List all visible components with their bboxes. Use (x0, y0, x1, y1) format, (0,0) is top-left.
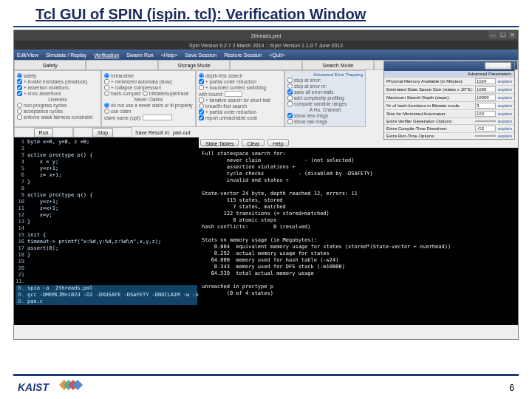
radio-nonprog[interactable] (17, 103, 22, 108)
save-result-label: Save Result in: (135, 130, 170, 135)
adv-subtitle: Advanced Parameters (384, 71, 514, 77)
explain-link4[interactable]: explain (498, 103, 512, 108)
bound-input[interactable] (225, 91, 242, 97)
tab-quit[interactable]: <Quit> (270, 52, 285, 58)
adv-remove-button[interactable]: Remove (485, 62, 511, 69)
lbl-fair: enforce weak fairness constraint (24, 115, 92, 120)
tab-swarm[interactable]: Swarm Run (126, 52, 154, 58)
radio-safety[interactable] (17, 73, 22, 78)
tab-save-session[interactable]: Save Session (185, 52, 216, 58)
chk-stoperr[interactable] (287, 78, 293, 83)
chk-savetrails[interactable] (287, 89, 293, 95)
claim-input[interactable] (143, 115, 172, 120)
close-button[interactable]: ✕ (508, 31, 516, 39)
col-storage: exhaustive + minimized automata (slow) +… (101, 70, 196, 127)
chk-fair[interactable] (17, 115, 22, 120)
verification-output[interactable]: Full statespace search for: never claim … (199, 148, 518, 325)
adv-compile-value[interactable]: -O2 (475, 126, 496, 132)
adv-minauto-label: Size for Minimized Automaton: (386, 112, 473, 116)
radio-bfs[interactable] (199, 103, 204, 109)
lbl-varrange: compute variable ranges (294, 101, 347, 106)
tab-edit[interactable]: Edit/View (17, 52, 38, 58)
state-tables-button[interactable]: State Tables (200, 139, 239, 146)
tab-simulate[interactable]: Simulate / Replay (46, 52, 86, 58)
radio-exh[interactable] (104, 73, 109, 78)
col-safety: safety + invalid endstates (deadlock) + … (14, 70, 101, 127)
adv-minauto-value[interactable]: 100 (475, 111, 496, 117)
explain-link[interactable]: explain (498, 79, 512, 83)
hdr-blank2 (230, 60, 301, 70)
slide-footer: KAIST 6 (13, 366, 519, 393)
lbl-xrxs: + xr/xs assertions (24, 91, 61, 96)
explain-link7[interactable]: explain (498, 126, 512, 131)
col-tracking: Advanced Error Trapping stop at error: s… (284, 70, 366, 127)
lbl-deadlock: + invalid endstates (deadlock) (24, 79, 87, 84)
radio-hc[interactable] (104, 91, 109, 96)
adv-hash-value[interactable]: 3 (475, 103, 496, 109)
help-button[interactable]: Help (267, 139, 288, 146)
radio-bit[interactable] (143, 91, 148, 96)
lbl-liveness: Liveness (48, 97, 67, 102)
maximize-button[interactable]: ☐ (498, 31, 507, 39)
bottom-panels: 1byte x=0, y=0, z =0; 2 3active proctype… (14, 137, 518, 325)
radio-dfs[interactable] (199, 73, 204, 78)
adv-mem-label: Physical Memory Available (in Mbytes): (386, 79, 473, 83)
lbl-bcs: + bounded context switching (205, 85, 266, 90)
explain-link2[interactable]: explain (498, 87, 512, 92)
adv-link[interactable]: Advanced Error Trapping (287, 72, 363, 77)
run-cell: Run (14, 127, 73, 137)
hdr-storage: Storage Mode (158, 60, 230, 70)
chk-complex[interactable] (287, 95, 293, 100)
chk-bcs[interactable] (199, 85, 204, 90)
explain-link3[interactable]: explain (498, 95, 512, 100)
chk-varrange[interactable] (287, 101, 293, 106)
hdr-blank1 (86, 60, 157, 70)
explain-link5[interactable]: explain (498, 112, 512, 116)
chk-xrxs[interactable] (17, 91, 22, 96)
ispin-window: 2threads.pml — ☐ ✕ Spin Version 6.2.7 2 … (13, 30, 519, 340)
lbl-exh: exhaustive (111, 73, 134, 78)
adv-vergen-value[interactable] (475, 120, 496, 122)
chk-iter[interactable] (199, 98, 204, 103)
explain-link8[interactable]: explain (498, 134, 512, 138)
tab-verification[interactable]: Verification (94, 52, 119, 58)
adv-runtime-value[interactable] (475, 135, 496, 137)
main-tabs: Edit/View Simulate / Replay Verification… (14, 50, 518, 60)
adv-depth-value[interactable]: 10000 (475, 95, 496, 100)
minimize-button[interactable]: — (488, 31, 497, 39)
radio-accept[interactable] (17, 109, 22, 114)
chk-por2[interactable] (199, 109, 204, 115)
chk-assert[interactable] (17, 85, 22, 90)
lbl-assert: + assertion violations (24, 85, 69, 90)
run-button[interactable]: Run (34, 128, 54, 137)
adv-mem-value[interactable]: 1024 (475, 78, 496, 84)
explain-link6[interactable]: explain (498, 119, 512, 123)
lbl-complex: add complexity profiling (294, 95, 344, 100)
title-underline (13, 26, 519, 27)
chk-deadlock[interactable] (17, 79, 22, 84)
lbl-savetrails: save all error-trails (294, 89, 333, 95)
tab-help[interactable]: <Help> (161, 52, 178, 58)
chk-minauto[interactable] (104, 79, 109, 84)
window-subtitle: Spin Version 6.2.7 2 March 2014 :: iSpin… (14, 41, 518, 50)
radio-noclaim[interactable] (104, 103, 109, 108)
lbl-stoperr: stop at error: (294, 78, 321, 83)
source-panel[interactable]: 1byte x=0, y=0, z =0; 2 3active proctype… (14, 137, 199, 325)
lbl-useclaim: use claim (111, 109, 131, 114)
adv-states-value[interactable]: 1000 (475, 86, 496, 92)
chk-por[interactable] (199, 79, 204, 84)
clear-button[interactable]: Clear (242, 139, 265, 146)
chk-collapse[interactable] (104, 85, 109, 90)
lbl-bit: bitstate/supertrace (149, 91, 188, 96)
radio-useclaim[interactable] (104, 109, 109, 114)
lbl-bound: with bound: (199, 92, 223, 97)
chk-newmsgs[interactable] (287, 113, 293, 118)
tab-restore-session[interactable]: Restore Session (224, 52, 262, 58)
chk-unreach[interactable] (199, 115, 204, 120)
radio-stoperrnr[interactable] (287, 83, 293, 89)
stop-button[interactable]: Stop (92, 128, 113, 137)
hdr-safety: Safety (14, 60, 86, 70)
logo-squares-icon (62, 378, 80, 392)
chk-rawmsgs[interactable] (287, 119, 293, 124)
lbl-claimname: claim name (opt): (104, 115, 141, 120)
